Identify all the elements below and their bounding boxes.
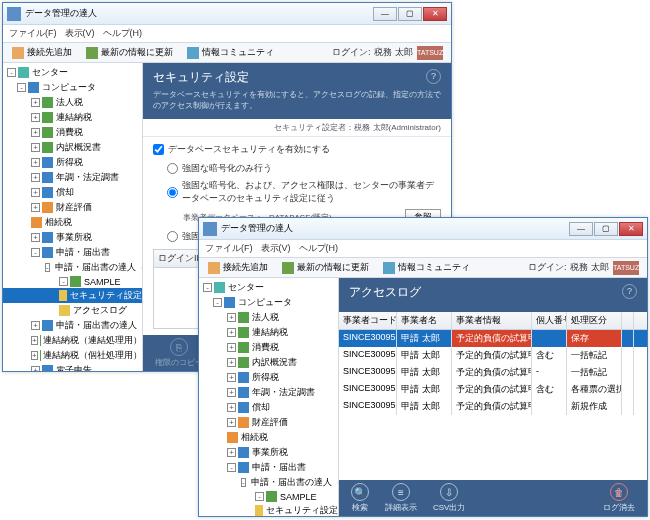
expand-icon[interactable]: +	[227, 358, 236, 367]
col-mynumber[interactable]: 個人番号	[532, 312, 567, 329]
radio-encrypt-only[interactable]: 強固な暗号化のみ行う	[167, 162, 441, 175]
expand-icon[interactable]: +	[31, 366, 40, 371]
detail-button[interactable]: ≡詳細表示	[379, 481, 423, 515]
tree-node-root[interactable]: -センター	[199, 280, 338, 295]
tree-node-shotoku[interactable]: +所得税	[199, 370, 338, 385]
tree-node-sec[interactable]: セキュリティ設定	[3, 288, 142, 303]
tree-node-shokyaku[interactable]: +償却	[3, 185, 142, 200]
menu-view[interactable]: 表示(V)	[261, 242, 291, 255]
table-row[interactable]: SINCE30095甲請 太郎予定的負債の試算甲請含む一括転記	[339, 347, 647, 364]
enable-security-input[interactable]	[153, 144, 164, 155]
menu-help[interactable]: ヘルプ(H)	[299, 242, 339, 255]
community-button[interactable]: 情報コミュニティ	[182, 44, 279, 61]
menu-help[interactable]: ヘルプ(H)	[103, 27, 143, 40]
collapse-icon[interactable]: -	[59, 277, 68, 286]
expand-icon[interactable]: +	[227, 388, 236, 397]
table-row[interactable]: SINCE30095甲請 太郎予定的負債の試算甲請含む各種票の選択	[339, 381, 647, 398]
close-button[interactable]: ✕	[423, 7, 447, 21]
collapse-icon[interactable]: -	[17, 83, 26, 92]
collapse-icon[interactable]: -	[213, 298, 222, 307]
maximize-button[interactable]: ▢	[594, 222, 618, 236]
tree-node-shinkoku2[interactable]: +申請・届出書の達人	[3, 318, 142, 333]
tree-node-sample[interactable]: -SAMPLE	[3, 275, 142, 288]
tree-node-sozokuzei[interactable]: 相続税	[3, 215, 142, 230]
col-code[interactable]: 事業者コード	[339, 312, 397, 329]
window-titlebar[interactable]: データ管理の達人 — ▢ ✕	[3, 3, 451, 25]
community-button[interactable]: 情報コミュニティ	[378, 259, 475, 276]
tree-node-shinkoku_tatsujin[interactable]: -申請・届出書の達人（平成29年度以降用）	[199, 475, 338, 490]
window-titlebar[interactable]: データ管理の達人 — ▢ ✕	[199, 218, 647, 240]
tree-node-sec[interactable]: セキュリティ設定	[199, 503, 338, 516]
tree-node-naiyaku[interactable]: +内訳概況書	[3, 140, 142, 155]
col-name[interactable]: 事業者名	[397, 312, 452, 329]
tree-node-shokyaku[interactable]: +償却	[199, 400, 338, 415]
expand-icon[interactable]: +	[31, 321, 40, 330]
tree-node-log[interactable]: アクセスログ	[3, 303, 142, 318]
col-info[interactable]: 事業者情報	[452, 312, 532, 329]
expand-icon[interactable]: +	[31, 158, 40, 167]
tree-node-shisan[interactable]: +財産評価	[199, 415, 338, 430]
expand-icon[interactable]: +	[227, 373, 236, 382]
nav-tree[interactable]: -センター-コンピュータ+法人税+連結納税+消費税+内訳概況書+所得税+年調・法…	[199, 278, 339, 516]
tree-node-naiyaku[interactable]: +内訳概況書	[199, 355, 338, 370]
tree-node-jigyosho[interactable]: +事業所税	[3, 230, 142, 245]
tree-node-root[interactable]: -センター	[3, 65, 142, 80]
tree-node-rensetsu[interactable]: +連結納税	[199, 325, 338, 340]
expand-icon[interactable]: +	[227, 448, 236, 457]
expand-icon[interactable]: +	[227, 343, 236, 352]
table-row[interactable]: SINCE30095甲請 太郎予定的負債の試算甲請保存	[339, 330, 647, 347]
enable-security-checkbox[interactable]: データベースセキュリティを有効にする	[153, 143, 441, 156]
expand-icon[interactable]: +	[31, 143, 40, 152]
expand-icon[interactable]: +	[31, 188, 40, 197]
minimize-button[interactable]: —	[569, 222, 593, 236]
maximize-button[interactable]: ▢	[398, 7, 422, 21]
table-row[interactable]: SINCE30095甲請 太郎予定的負債の試算甲請新規作成	[339, 398, 647, 415]
expand-icon[interactable]: +	[31, 233, 40, 242]
collapse-icon[interactable]: -	[7, 68, 16, 77]
refresh-button[interactable]: 最新の情報に更新	[277, 259, 374, 276]
tree-node-nencho[interactable]: +年調・法定調書	[199, 385, 338, 400]
expand-icon[interactable]: +	[31, 98, 40, 107]
tree-node-shisan[interactable]: +財産評価	[3, 200, 142, 215]
close-button[interactable]: ✕	[619, 222, 643, 236]
tree-node-shotoku[interactable]: +所得税	[3, 155, 142, 170]
expand-icon[interactable]: +	[227, 403, 236, 412]
collapse-icon[interactable]: -	[203, 283, 212, 292]
tree-node-rensetsu[interactable]: +連結納税	[3, 110, 142, 125]
tree-node-shinkoku[interactable]: -申請・届出書	[199, 460, 338, 475]
tree-node-denshi[interactable]: +電子申告	[3, 363, 142, 371]
collapse-icon[interactable]: -	[241, 478, 246, 487]
tree-node-shinkoku_tatsujin[interactable]: -申請・届出書の達人（平成29年度以降用）	[3, 260, 142, 275]
tree-node-nencho[interactable]: +年調・法定調書	[3, 170, 142, 185]
add-connection-button[interactable]: 接続先追加	[203, 259, 273, 276]
expand-icon[interactable]: +	[31, 351, 38, 360]
tree-node-hojin[interactable]: +法人税	[199, 310, 338, 325]
collapse-icon[interactable]: -	[227, 463, 236, 472]
menu-view[interactable]: 表示(V)	[65, 27, 95, 40]
col-category[interactable]: 処理区分	[567, 312, 622, 329]
expand-icon[interactable]: +	[227, 313, 236, 322]
tree-node-computer[interactable]: -コンピュータ	[3, 80, 142, 95]
radio-follow-center[interactable]: 強固な暗号化、および、アクセス権限は、センターの事業者データベースのセキュリティ…	[167, 179, 441, 205]
erase-log-button[interactable]: 🗑ログ消去	[597, 481, 641, 515]
tree-node-hojin[interactable]: +法人税	[3, 95, 142, 110]
expand-icon[interactable]: +	[227, 418, 236, 427]
minimize-button[interactable]: —	[373, 7, 397, 21]
refresh-button[interactable]: 最新の情報に更新	[81, 44, 178, 61]
tree-node-shohi[interactable]: +消費税	[199, 340, 338, 355]
table-row[interactable]: SINCE30095甲請 太郎予定的負債の試算甲請-一括転記	[339, 364, 647, 381]
collapse-icon[interactable]: -	[255, 492, 264, 501]
tree-node-shinkoku[interactable]: -申請・届出書	[3, 245, 142, 260]
expand-icon[interactable]: +	[31, 203, 40, 212]
tree-node-jigyosho[interactable]: +事業所税	[199, 445, 338, 460]
accesslog-table[interactable]: 事業者コード 事業者名 事業者情報 個人番号 処理区分 SINCE30095甲請…	[339, 312, 647, 480]
col-extra[interactable]	[622, 312, 634, 329]
menu-file[interactable]: ファイル(F)	[205, 242, 253, 255]
collapse-icon[interactable]: -	[45, 263, 50, 272]
expand-icon[interactable]: +	[31, 336, 38, 345]
expand-icon[interactable]: +	[227, 328, 236, 337]
add-connection-button[interactable]: 接続先追加	[7, 44, 77, 61]
csv-button[interactable]: ⇩CSV出力	[427, 481, 471, 515]
nav-tree[interactable]: -センター-コンピュータ+法人税+連結納税+消費税+内訳概況書+所得税+年調・法…	[3, 63, 143, 371]
tree-node-sozokuzei[interactable]: 相続税	[199, 430, 338, 445]
